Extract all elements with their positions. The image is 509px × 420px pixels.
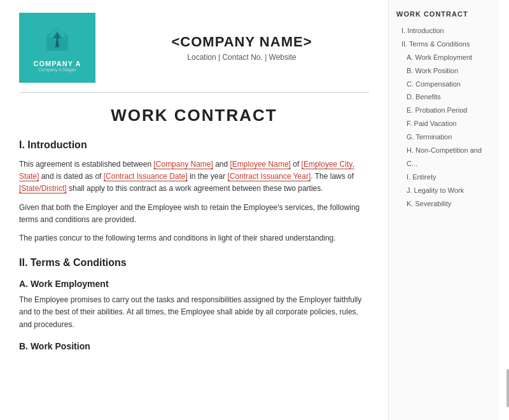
placeholder-state-district: [State/District] xyxy=(19,184,67,193)
toc-item-terms[interactable]: II. Terms & Conditions xyxy=(396,38,492,51)
work-employment-paragraph: The Employee promises to carry out the t… xyxy=(19,294,369,331)
intro-paragraph-2: Given that both the Employer and the Emp… xyxy=(19,202,369,226)
scrollbar[interactable] xyxy=(506,369,509,407)
page-wrapper: COMPANY A Company A Slogan <COMPANY NAME… xyxy=(0,0,509,420)
logo-company-name: COMPANY A xyxy=(34,60,81,67)
toc-item-entirety[interactable]: I. Entirety xyxy=(396,171,492,184)
toc-item-work-position[interactable]: B. Work Position xyxy=(396,64,492,78)
logo-box: COMPANY A Company A Slogan xyxy=(19,13,95,83)
logo-tagline: Company A Slogan xyxy=(38,67,76,72)
toc-item-probation[interactable]: E. Probation Period xyxy=(396,104,492,117)
company-info: <COMPANY NAME> Location | Contact No. | … xyxy=(115,34,369,62)
document-header: COMPANY A Company A Slogan <COMPANY NAME… xyxy=(19,13,369,93)
intro-paragraph-1: This agreement is established between [C… xyxy=(19,158,369,195)
main-content: COMPANY A Company A Slogan <COMPANY NAME… xyxy=(0,0,388,420)
toc-item-work-employment[interactable]: A. Work Employment xyxy=(396,51,492,64)
section-work-position-heading: B. Work Position xyxy=(19,341,369,351)
toc-item-termination[interactable]: G. Termination xyxy=(396,130,492,144)
intro-paragraph-3: The parties concur to the following term… xyxy=(19,232,369,244)
placeholder-contract-date: [Contract Issuance Date] xyxy=(104,172,188,181)
company-contact: Location | Contact No. | Website xyxy=(115,53,369,62)
toc-item-vacation[interactable]: F. Paid Vacation xyxy=(396,117,492,130)
section-work-employment-heading: A. Work Employment xyxy=(19,279,369,289)
toc-item-noncompete[interactable]: H. Non-Competition and C... xyxy=(396,144,492,171)
toc-item-benefits[interactable]: D. Benefits xyxy=(396,90,492,104)
toc-item-compensation[interactable]: C. Compensation xyxy=(396,78,492,91)
toc-title: WORK CONTRACT xyxy=(396,10,492,18)
toc-item-intro[interactable]: I. Introduction xyxy=(396,24,492,38)
placeholder-company-name: [Company Name] xyxy=(153,160,213,169)
company-title: <COMPANY NAME> xyxy=(115,34,369,50)
section-intro-heading: I. Introduction xyxy=(19,139,369,151)
toc-item-severability[interactable]: K. Severability xyxy=(396,197,492,211)
table-of-contents: WORK CONTRACT I. Introduction II. Terms … xyxy=(388,0,499,420)
placeholder-contract-year: [Contract Issuance Year] xyxy=(228,172,311,181)
section-terms-heading: II. Terms & Conditions xyxy=(19,257,369,269)
company-logo-icon xyxy=(41,24,73,56)
placeholder-employee-name: [Employee Name] xyxy=(230,160,291,169)
document-title: WORK CONTRACT xyxy=(19,106,369,125)
toc-item-legality[interactable]: J. Legality to Work xyxy=(396,184,492,197)
